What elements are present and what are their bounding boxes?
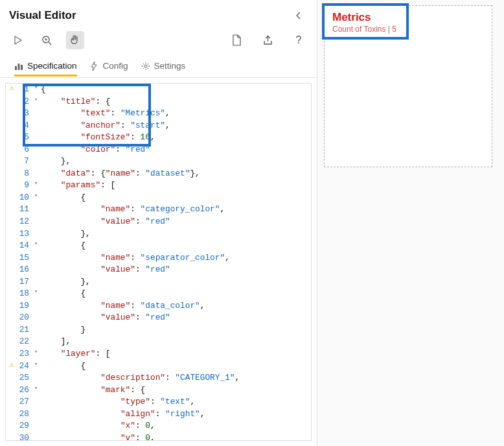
code-line[interactable]: 19 "name": "data_color", [6,300,311,312]
code-line[interactable]: ⚠24▾ { [6,360,311,373]
code-line[interactable]: 12 "value": "red" [6,216,311,228]
code-line[interactable]: 11 "name": "category_color", [6,204,311,216]
fold-icon[interactable]: ▾ [34,384,41,393]
play-icon[interactable] [9,31,27,49]
code-text: "name": "separator_color", [41,252,311,264]
code-text: "x": 0, [41,420,311,432]
export-icon[interactable] [258,31,277,49]
help-icon[interactable]: ? [290,31,308,49]
code-line[interactable]: 17 }, [6,276,311,288]
header-bar: Visual Editor [0,0,317,27]
code-line[interactable]: 4 "anchor": "start", [6,120,311,132]
gutter-warning-icon: ⚠ [6,84,17,94]
code-line[interactable]: 20 "value": "red" [6,312,311,324]
fold-icon[interactable]: ▾ [34,96,41,104]
code-line[interactable]: 23▾ "layer": [ [6,348,311,360]
code-line[interactable]: 6 "color": "red" [6,144,311,156]
code-line[interactable]: 5 "fontSize": 16, [6,132,311,144]
code-line[interactable]: 15 "name": "separator_color", [6,252,311,264]
line-number: 18 [17,288,34,300]
code-text: { [41,84,311,96]
line-number: 22 [17,336,34,348]
code-text: }, [41,156,311,168]
pan-icon[interactable] [66,31,84,49]
code-text: "value": "red" [41,264,311,276]
collapse-pane-icon[interactable] [290,6,308,25]
line-number: 23 [17,348,34,360]
line-number: 6 [17,144,34,156]
tab-label: Settings [154,61,186,71]
fold-icon[interactable]: ▾ [34,192,41,200]
line-number: 2 [17,96,34,108]
code-line[interactable]: 22 ], [6,336,311,348]
line-number: 3 [17,108,34,120]
code-text: "description": "CATEGORY_1", [41,372,311,384]
line-number: 26 [17,384,34,397]
code-line[interactable]: 21 } [6,324,311,336]
new-file-icon[interactable] [227,31,246,49]
fold-icon[interactable]: ▾ [34,288,41,296]
code-line[interactable]: 29 "x": 0, [6,420,311,432]
line-number: 28 [17,408,34,421]
line-number: 9 [17,180,34,192]
page-title: Visual Editor [9,9,76,22]
line-number: 4 [17,120,34,132]
line-number: 25 [17,372,34,384]
line-number: 21 [17,324,34,336]
line-number: 27 [17,396,34,408]
code-text: "fontSize": 16, [41,132,311,144]
fold-icon[interactable]: ▾ [34,84,41,92]
tab-settings[interactable]: Settings [141,58,186,77]
code-line[interactable]: 30 "y": 0, [6,432,311,441]
code-text: "type": "text", [41,396,311,408]
line-number: 16 [17,264,34,276]
code-line[interactable]: 7 }, [6,156,311,168]
auto-zoom-icon[interactable] [38,31,56,49]
code-line[interactable]: 3 "text": "Metrics", [6,108,311,120]
toolbar: ? [0,27,317,54]
code-text: ], [41,336,311,348]
code-line[interactable]: 18▾ { [6,288,311,300]
bar-chart-icon [14,62,23,71]
code-line[interactable]: ⚠1▾{ [6,84,311,96]
code-line[interactable]: 2▾ "title": { [6,96,311,108]
preview-pane: Metrics Count of Toxins | 5 [317,0,504,446]
tab-label: Config [103,61,128,71]
code-line[interactable]: 26▾ "mark": { [6,384,311,397]
code-line[interactable]: 27 "type": "text", [6,396,311,408]
lightning-icon [90,62,99,71]
code-line[interactable]: 10▾ { [6,192,311,204]
code-text: "title": { [41,96,311,108]
line-number: 30 [17,432,34,441]
line-number: 1 [17,84,34,96]
code-line[interactable]: 13 }, [6,228,311,241]
line-number: 12 [17,216,34,228]
code-editor[interactable]: ⚠1▾{2▾ "title": {3 "text": "Metrics",4 "… [5,83,312,441]
tab-specification[interactable]: Specification [14,58,77,77]
code-line[interactable]: 9▾ "params": [ [6,180,311,192]
code-text: "layer": [ [41,348,311,360]
code-line[interactable]: 25 "description": "CATEGORY_1", [6,372,311,384]
line-number: 8 [17,168,34,180]
code-line[interactable]: 28 "align": "right", [6,408,311,421]
tab-config[interactable]: Config [90,58,128,77]
fold-icon[interactable]: ▾ [34,240,41,248]
code-line[interactable]: 8 "data": {"name": "dataset"}, [6,168,311,180]
fold-icon[interactable]: ▾ [34,348,41,357]
code-text: "data": {"name": "dataset"}, [41,168,311,180]
code-text: { [41,288,311,300]
fold-icon[interactable]: ▾ [34,360,41,369]
line-number: 11 [17,204,34,216]
code-text: { [41,192,311,204]
code-text: "text": "Metrics", [41,108,311,120]
line-number: 14 [17,240,34,252]
code-text: "anchor": "start", [41,120,311,132]
code-line[interactable]: 14▾ { [6,240,311,252]
code-line[interactable]: 16 "value": "red" [6,264,311,276]
code-text: }, [41,228,311,241]
preview-card: Metrics Count of Toxins | 5 [324,5,492,167]
fold-icon[interactable]: ▾ [34,180,41,188]
code-text: "y": 0, [41,432,311,441]
code-text: "value": "red" [41,312,311,324]
line-number: 7 [17,156,34,168]
